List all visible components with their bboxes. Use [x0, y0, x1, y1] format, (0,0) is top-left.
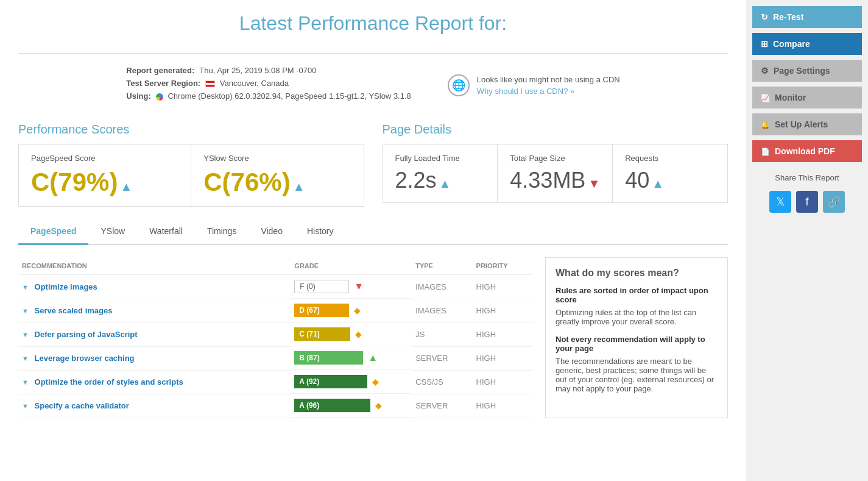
- region-label: Test Server Region:: [126, 79, 200, 88]
- tab-timings[interactable]: Timings: [195, 219, 249, 245]
- recommendation-link[interactable]: Leverage browser caching: [35, 354, 135, 363]
- rule-desc: Optimizing rules at the top of the list …: [556, 308, 718, 326]
- grade-badge: A (96): [294, 399, 370, 412]
- pagespeed-score-card: PageSpeed Score C(79%)▲: [19, 144, 191, 206]
- table-row: ▼ Defer parsing of JavaScript C (71) ◆ J…: [18, 322, 533, 346]
- page-size-value: 4.33MB▼: [510, 168, 600, 193]
- type-cell: SERVER: [412, 346, 472, 370]
- generated-value: Thu, Apr 25, 2019 5:08 PM -0700: [199, 66, 316, 75]
- col-priority: PRIORITY: [473, 257, 533, 275]
- loaded-time-label: Fully Loaded Time: [395, 154, 485, 163]
- performance-scores-title: Performance Scores: [18, 123, 364, 137]
- alert-icon: [761, 119, 770, 129]
- recommendation-link[interactable]: Optimize images: [35, 282, 97, 291]
- rec-cell: ▼ Serve scaled images: [18, 299, 291, 322]
- chevron-icon: ▼: [22, 402, 29, 410]
- grade-badge: F (0): [294, 280, 349, 293]
- chevron-icon: ▼: [22, 379, 29, 386]
- priority-cell: HIGH: [473, 346, 533, 370]
- rule-title: Rules are sorted in order of impact upon…: [556, 286, 718, 304]
- compare-button[interactable]: Compare: [752, 33, 862, 55]
- table-row: ▼ Specify a cache validator A (96) ◆ SER…: [18, 394, 533, 418]
- alerts-button[interactable]: Set Up Alerts: [752, 113, 862, 135]
- chevron-icon: ▼: [22, 331, 29, 338]
- pagespeed-value: C(79%)▲: [31, 168, 178, 197]
- tab-yslow[interactable]: YSlow: [88, 219, 137, 245]
- retest-button[interactable]: Re-Test: [752, 6, 862, 28]
- grade-badge: D (67): [294, 304, 349, 317]
- type-cell: JS: [412, 322, 472, 346]
- cdn-link[interactable]: Why should I use a CDN? »: [477, 87, 574, 96]
- facebook-share-button[interactable]: f: [796, 191, 818, 213]
- table-row: ▼ Serve scaled images D (67) ◆ IMAGES HI…: [18, 299, 533, 322]
- grade-cell: C (71) ◆: [291, 322, 412, 346]
- link-share-button[interactable]: 🔗: [823, 191, 845, 213]
- loaded-time-value: 2.2s▲: [395, 168, 485, 193]
- page-size-card: Total Page Size 4.33MB▼: [498, 144, 613, 202]
- grade-icon: ◆: [354, 305, 361, 315]
- grade-icon: ◆: [372, 377, 379, 387]
- grade-cell: B (87) ▲: [291, 346, 412, 370]
- using-label: Using:: [126, 91, 150, 101]
- chevron-icon: ▼: [22, 307, 29, 315]
- pdf-button[interactable]: Download PDF: [752, 140, 862, 162]
- rec-cell: ▼ Optimize images: [18, 275, 291, 299]
- twitter-share-button[interactable]: 𝕏: [769, 191, 791, 213]
- rec-cell: ▼ Optimize the order of styles and scrip…: [18, 370, 291, 394]
- grade-badge: A (92): [294, 375, 367, 388]
- using-value: Chrome (Desktop) 62.0.3202.94, PageSpeed…: [156, 91, 411, 101]
- priority-cell: HIGH: [473, 394, 533, 418]
- tab-waterfall[interactable]: Waterfall: [137, 219, 195, 245]
- grade-icon: ◆: [355, 329, 362, 339]
- yslow-value: C(76%)▲: [203, 168, 351, 197]
- page-title: Latest Performance Report for:: [18, 12, 728, 35]
- type-cell: IMAGES: [412, 299, 472, 322]
- recommendation-link[interactable]: Defer parsing of JavaScript: [35, 330, 138, 339]
- requests-value: 40▲: [625, 168, 715, 193]
- table-row: ▼ Leverage browser caching B (87) ▲ SERV…: [18, 346, 533, 370]
- grade-badge: C (71): [294, 327, 350, 341]
- requests-arrow: ▲: [652, 177, 664, 190]
- type-cell: IMAGES: [412, 275, 472, 299]
- grade-cell: A (96) ◆: [291, 394, 412, 418]
- requests-label: Requests: [625, 154, 715, 163]
- sidebar: Re-Test Compare Page Settings Monitor Se…: [746, 0, 868, 481]
- share-title: Share This Report: [752, 173, 862, 182]
- cdn-note: Looks like you might not be using a CDN: [477, 75, 620, 84]
- chevron-icon: ▼: [22, 355, 29, 362]
- grade-icon: ◆: [375, 401, 382, 410]
- settings-icon: [761, 66, 769, 76]
- loaded-time-card: Fully Loaded Time 2.2s▲: [383, 144, 498, 202]
- scores-panel-title: What do my scores mean?: [556, 268, 718, 279]
- monitor-button[interactable]: Monitor: [752, 87, 862, 109]
- generated-label: Report generated:: [126, 66, 194, 75]
- retest-icon: [761, 12, 768, 22]
- page-size-label: Total Page Size: [510, 154, 600, 163]
- grade-cell: F (0) ▼: [291, 275, 412, 299]
- compare-icon: [761, 39, 768, 49]
- tab-history[interactable]: History: [295, 219, 346, 245]
- recommendation-link[interactable]: Specify a cache validator: [35, 401, 129, 410]
- loaded-time-arrow: ▲: [439, 177, 451, 190]
- page-details-title: Page Details: [383, 123, 729, 137]
- col-type: TYPE: [412, 257, 472, 275]
- priority-cell: HIGH: [473, 299, 533, 322]
- grade-badge: B (87): [294, 351, 363, 365]
- pagespeed-arrow: ▲: [120, 180, 132, 193]
- pdf-icon: [761, 146, 770, 156]
- recommendation-link[interactable]: Optimize the order of styles and scripts: [35, 377, 183, 387]
- region-value: Vancouver, Canada: [205, 79, 289, 88]
- page-size-arrow: ▼: [588, 177, 600, 190]
- recommendation-link[interactable]: Serve scaled images: [35, 306, 113, 315]
- globe-icon: 🌐: [448, 74, 470, 96]
- grade-icon: ▲: [368, 352, 378, 363]
- tab-video[interactable]: Video: [249, 219, 295, 245]
- priority-cell: HIGH: [473, 322, 533, 346]
- requests-card: Requests 40▲: [613, 144, 727, 202]
- yslow-score-card: YSlow Score C(76%)▲: [191, 144, 363, 206]
- col-recommendation: RECOMMENDATION: [18, 257, 291, 275]
- tab-pagespeed[interactable]: PageSpeed: [18, 219, 88, 245]
- settings-button[interactable]: Page Settings: [752, 60, 862, 82]
- grade-icon: ▼: [354, 281, 364, 292]
- col-grade: GRADE: [291, 257, 412, 275]
